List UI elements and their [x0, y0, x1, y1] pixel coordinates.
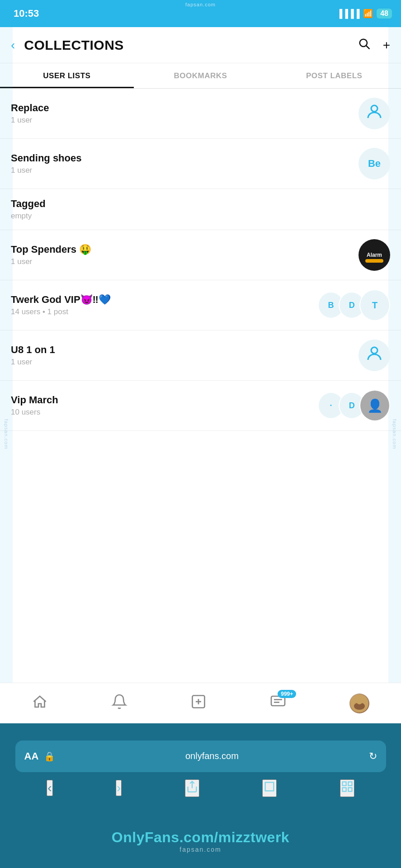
tab-post-labels[interactable]: POST LABELS — [267, 63, 401, 88]
nav-add[interactable] — [190, 693, 207, 713]
svg-line-1 — [366, 46, 369, 48]
bottom-watermark: OnlyFans.com/mizztwerk fapsan.com — [0, 814, 401, 868]
list-item[interactable]: Tagged empty — [0, 189, 401, 230]
browser-bar: AA 🔒 onlyfans.com ↻ ‹ › — [0, 723, 401, 814]
reload-icon[interactable]: ↻ — [369, 750, 377, 762]
bottom-nav: 999+ — [0, 683, 401, 723]
user-icon — [365, 102, 384, 125]
header: ‹ COLLECTIONS + — [0, 27, 401, 63]
browser-back-button[interactable]: ‹ — [47, 780, 52, 796]
list-item[interactable]: Replace 1 user — [0, 89, 401, 139]
nav-profile[interactable] — [349, 693, 369, 713]
status-watermark: fapsan.com — [185, 2, 216, 7]
svg-point-2 — [371, 105, 377, 112]
bell-icon — [111, 693, 127, 713]
status-icons: ▐▐▐▐ 📶 48 — [336, 9, 392, 19]
font-size-control[interactable]: AA — [24, 750, 39, 762]
svg-point-3 — [371, 347, 377, 354]
avatar: Alarm — [359, 239, 390, 271]
bottom-watermark-label: fapsan.com — [179, 846, 221, 853]
browser-forward-button[interactable]: › — [116, 780, 122, 796]
header-actions: + — [358, 37, 390, 53]
tabs-container: USER LISTS BOOKMARKS POST LABELS — [0, 63, 401, 89]
svg-rect-17 — [348, 788, 352, 791]
avatar — [359, 340, 390, 371]
nav-home[interactable] — [32, 693, 48, 713]
browser-bookmark-button[interactable] — [262, 779, 277, 797]
tab-user-lists[interactable]: USER LISTS — [0, 63, 134, 88]
wifi-icon: 📶 — [363, 9, 373, 19]
alarm-bar — [365, 259, 383, 263]
add-icon — [190, 693, 207, 713]
profile-avatar — [349, 693, 369, 713]
avatar-label: Alarm — [367, 252, 382, 258]
svg-point-12 — [356, 698, 363, 704]
list-item[interactable]: U8 1 on 1 1 user — [0, 330, 401, 381]
avatar-group: B D T — [318, 289, 390, 321]
avatar: T — [359, 289, 390, 321]
list-item[interactable]: Twerk God VIP😈‼️💙 14 users • 1 post B D … — [0, 280, 401, 330]
browser-share-button[interactable] — [185, 779, 199, 797]
list-item[interactable]: Sending shoes 1 user Be — [0, 139, 401, 189]
tab-bookmarks[interactable]: BOOKMARKS — [134, 63, 268, 88]
battery-indicator: 48 — [377, 9, 392, 19]
browser-tabs-button[interactable] — [340, 779, 354, 797]
avatar: Be — [359, 148, 390, 179]
search-button[interactable] — [358, 37, 370, 53]
user-icon — [365, 344, 384, 367]
bottom-url: OnlyFans.com/mizztwerk — [112, 829, 289, 846]
list-item[interactable]: Vip March 10 users · D 👤 — [0, 381, 401, 431]
url-bar[interactable]: AA 🔒 onlyfans.com ↻ — [15, 741, 386, 772]
status-time: 10:53 — [14, 8, 39, 19]
svg-rect-16 — [342, 788, 346, 791]
lock-icon: 🔒 — [44, 751, 55, 762]
nav-notifications[interactable] — [111, 693, 127, 713]
browser-controls: ‹ › — [15, 779, 386, 797]
home-icon — [32, 693, 48, 713]
signal-icon: ▐▐▐▐ — [336, 9, 359, 19]
message-badge: 999+ — [278, 690, 296, 698]
avatar — [359, 98, 390, 129]
collections-list: Replace 1 user Sending shoes 1 user Be T… — [0, 89, 401, 431]
avatar: 👤 — [359, 390, 390, 421]
list-item[interactable]: Top Spenders 🤑 1 user Alarm — [0, 230, 401, 280]
avatar-group: · D 👤 — [318, 390, 390, 421]
status-bar: 10:53 fapsan.com ▐▐▐▐ 📶 48 — [0, 0, 401, 27]
nav-messages[interactable]: 999+ — [270, 693, 286, 713]
svg-rect-14 — [342, 782, 346, 785]
url-text[interactable]: onlyfans.com — [61, 751, 363, 761]
page-title: COLLECTIONS — [24, 38, 357, 53]
svg-rect-15 — [348, 782, 352, 785]
